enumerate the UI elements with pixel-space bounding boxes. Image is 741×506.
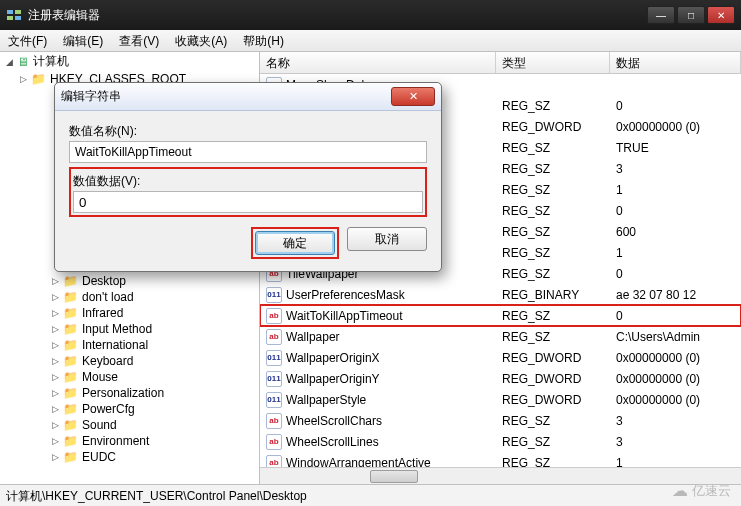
list-row[interactable]: abWindowArrangementActiveREG_SZ1 [260, 452, 741, 467]
tree-item[interactable]: ▷📁Mouse [0, 369, 259, 385]
scrollbar-thumb[interactable] [370, 470, 418, 483]
minimize-button[interactable]: — [647, 6, 675, 24]
value-name: WheelScrollChars [286, 414, 382, 428]
horizontal-scrollbar[interactable] [260, 467, 741, 484]
value-type: REG_SZ [496, 330, 610, 344]
expand-icon[interactable]: ▷ [50, 372, 61, 383]
value-type: REG_SZ [496, 99, 610, 113]
col-data[interactable]: 数据 [610, 52, 741, 73]
binary-icon: 011 [266, 392, 282, 408]
collapse-icon[interactable]: ◢ [4, 56, 15, 67]
list-row[interactable]: 011UserPreferencesMaskREG_BINARYae 32 07… [260, 284, 741, 305]
folder-icon: 📁 [63, 370, 78, 384]
value-data: 3 [610, 162, 741, 176]
value-name-field: WaitToKillAppTimeout [69, 141, 427, 163]
tree-item[interactable]: ▷📁Desktop [0, 273, 259, 289]
value-type: REG_SZ [496, 141, 610, 155]
app-icon [6, 7, 22, 23]
value-data: 1 [610, 246, 741, 260]
value-type: REG_DWORD [496, 351, 610, 365]
value-name: WheelScrollLines [286, 435, 379, 449]
expand-icon[interactable]: ▷ [50, 308, 61, 319]
list-row[interactable]: abWaitToKillAppTimeoutREG_SZ0 [260, 305, 741, 326]
svg-rect-0 [7, 10, 13, 14]
tree-item[interactable]: ▷📁Input Method [0, 321, 259, 337]
binary-icon: 011 [266, 350, 282, 366]
close-button[interactable]: ✕ [707, 6, 735, 24]
list-header: 名称 类型 数据 [260, 52, 741, 74]
value-data-input[interactable] [73, 191, 423, 213]
value-data: 0x00000000 (0) [610, 120, 741, 134]
tree-item[interactable]: ▷📁Environment [0, 433, 259, 449]
value-data: TRUE [610, 141, 741, 155]
value-data: 0 [610, 204, 741, 218]
tree-item[interactable]: ▷📁Sound [0, 417, 259, 433]
value-type: REG_SZ [496, 456, 610, 468]
menu-file[interactable]: 文件(F) [0, 30, 55, 51]
value-data: 0 [610, 99, 741, 113]
list-row[interactable]: abWheelScrollCharsREG_SZ3 [260, 410, 741, 431]
tree-item[interactable]: ▷📁Infrared [0, 305, 259, 321]
menu-help[interactable]: 帮助(H) [235, 30, 292, 51]
expand-icon[interactable]: ▷ [50, 452, 61, 463]
expand-icon[interactable]: ▷ [50, 324, 61, 335]
tree-label: PowerCfg [82, 402, 135, 416]
col-name[interactable]: 名称 [260, 52, 496, 73]
menu-view[interactable]: 查看(V) [111, 30, 167, 51]
tree-item[interactable]: ▷📁don't load [0, 289, 259, 305]
expand-icon[interactable]: ▷ [50, 404, 61, 415]
menu-edit[interactable]: 编辑(E) [55, 30, 111, 51]
folder-icon: 📁 [63, 274, 78, 288]
maximize-button[interactable]: □ [677, 6, 705, 24]
tree-label: Keyboard [82, 354, 133, 368]
tree-item[interactable]: ▷📁Personalization [0, 385, 259, 401]
expand-icon[interactable]: ▷ [50, 292, 61, 303]
folder-icon: 📁 [63, 418, 78, 432]
value-name: WallpaperOriginX [286, 351, 380, 365]
value-type: REG_DWORD [496, 120, 610, 134]
expand-icon[interactable]: ▷ [50, 388, 61, 399]
cloud-icon: ☁ [672, 481, 688, 500]
tree-root[interactable]: ◢🖥计算机 [0, 52, 259, 71]
value-data: 1 [610, 456, 741, 468]
dialog-close-button[interactable]: ✕ [391, 87, 435, 106]
watermark-text: 亿速云 [692, 482, 731, 500]
tree-label: 计算机 [33, 53, 69, 70]
tree-label: Input Method [82, 322, 152, 336]
highlight-frame: 数值数据(V): [69, 167, 427, 217]
tree-label: don't load [82, 290, 134, 304]
expand-icon[interactable]: ▷ [50, 276, 61, 287]
cancel-button[interactable]: 取消 [347, 227, 427, 251]
value-data: 3 [610, 435, 741, 449]
value-type: REG_BINARY [496, 288, 610, 302]
list-row[interactable]: abWheelScrollLinesREG_SZ3 [260, 431, 741, 452]
menu-favorites[interactable]: 收藏夹(A) [167, 30, 235, 51]
tree-label: Desktop [82, 274, 126, 288]
tree-label: EUDC [82, 450, 116, 464]
tree-item[interactable]: ▷📁International [0, 337, 259, 353]
tree-item[interactable]: ▷📁PowerCfg [0, 401, 259, 417]
list-row[interactable]: 011WallpaperOriginXREG_DWORD0x00000000 (… [260, 347, 741, 368]
list-row[interactable]: abWallpaperREG_SZC:\Users\Admin [260, 326, 741, 347]
folder-icon: 📁 [31, 72, 46, 86]
folder-icon: 📁 [63, 386, 78, 400]
tree-item[interactable]: ▷📁EUDC [0, 449, 259, 465]
dialog-titlebar[interactable]: 编辑字符串 ✕ [55, 83, 441, 111]
window-titlebar: 注册表编辑器 — □ ✕ [0, 0, 741, 30]
value-name: Wallpaper [286, 330, 340, 344]
expand-icon[interactable]: ▷ [50, 340, 61, 351]
list-row[interactable]: 011WallpaperStyleREG_DWORD0x00000000 (0) [260, 389, 741, 410]
expand-icon[interactable]: ▷ [50, 356, 61, 367]
edit-string-dialog: 编辑字符串 ✕ 数值名称(N): WaitToKillAppTimeout 数值… [54, 82, 442, 272]
tree-item[interactable]: ▷📁Keyboard [0, 353, 259, 369]
col-type[interactable]: 类型 [496, 52, 610, 73]
folder-icon: 📁 [63, 290, 78, 304]
list-row[interactable]: 011WallpaperOriginYREG_DWORD0x00000000 (… [260, 368, 741, 389]
expand-icon[interactable]: ▷ [18, 74, 29, 85]
expand-icon[interactable]: ▷ [50, 420, 61, 431]
ok-button[interactable]: 确定 [255, 231, 335, 255]
expand-icon[interactable]: ▷ [50, 436, 61, 447]
menu-bar: 文件(F) 编辑(E) 查看(V) 收藏夹(A) 帮助(H) [0, 30, 741, 52]
value-data: 0x00000000 (0) [610, 351, 741, 365]
value-type: REG_SZ [496, 414, 610, 428]
